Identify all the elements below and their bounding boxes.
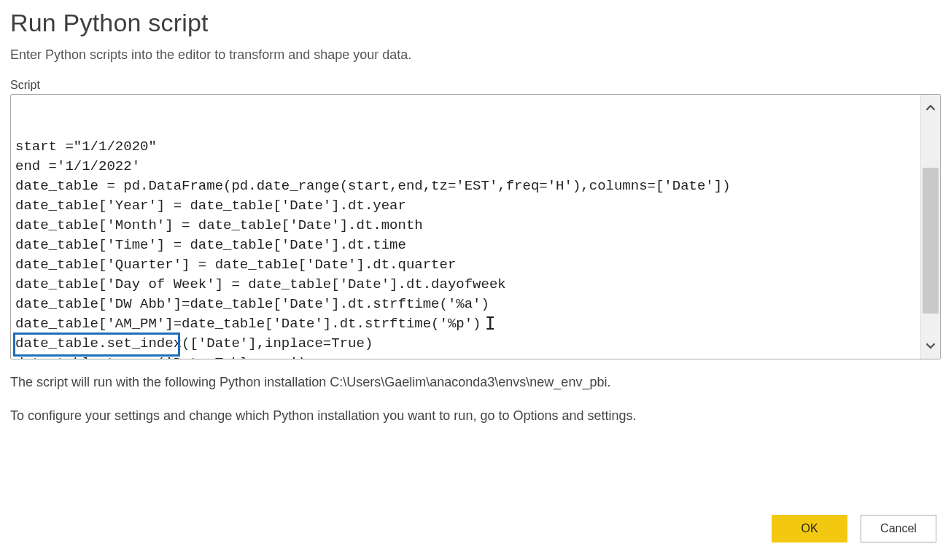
cancel-button[interactable]: Cancel xyxy=(861,515,936,542)
chevron-up-icon xyxy=(925,103,936,113)
script-editor[interactable]: start ="1/1/2020" end ='1/1/2022' date_t… xyxy=(11,95,920,359)
configure-hint-text: To configure your settings and change wh… xyxy=(10,406,941,427)
dialog-button-row: OK Cancel xyxy=(10,500,941,560)
chevron-down-icon xyxy=(925,341,936,351)
scroll-thumb[interactable] xyxy=(923,168,939,314)
dialog-title: Run Python script xyxy=(10,9,941,37)
ok-button[interactable]: OK xyxy=(772,515,847,542)
script-editor-container: start ="1/1/2020" end ='1/1/2022' date_t… xyxy=(10,94,941,359)
run-python-script-dialog: Run Python script Enter Python scripts i… xyxy=(0,0,951,560)
scroll-down-button[interactable] xyxy=(921,332,940,359)
scrollbar[interactable] xyxy=(920,95,940,359)
script-label: Script xyxy=(10,79,941,92)
python-install-path-text: The script will run with the following P… xyxy=(10,373,941,393)
scroll-up-button[interactable] xyxy=(921,95,940,121)
script-text: start ="1/1/2020" end ='1/1/2022' date_t… xyxy=(15,137,916,359)
dialog-subtitle: Enter Python scripts into the editor to … xyxy=(10,47,941,63)
